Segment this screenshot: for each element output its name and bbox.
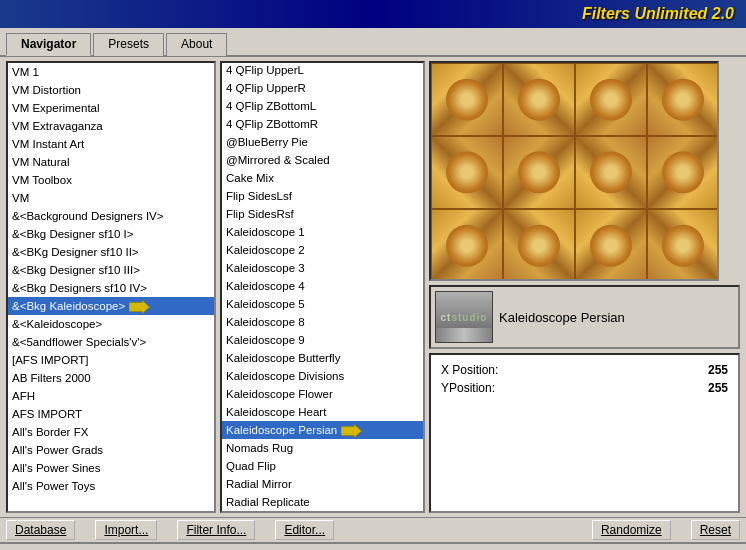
middle-list-item[interactable]: @Mirrored & Scaled — [222, 151, 423, 169]
middle-list-item[interactable]: Kaleidoscope Divisions — [222, 367, 423, 385]
middle-list-item[interactable]: Kaleidoscope Heart — [222, 403, 423, 421]
list-arrow-icon — [341, 424, 363, 438]
middle-list-item[interactable]: Kaleidoscope 3 — [222, 259, 423, 277]
left-list[interactable]: VM 1VM DistortionVM ExperimentalVM Extra… — [6, 61, 216, 513]
app-title: Filters Unlimited 2.0 — [582, 5, 734, 23]
middle-list-item[interactable]: Kaleidoscope 5 — [222, 295, 423, 313]
left-list-item[interactable]: &<Background Designers IV> — [8, 207, 214, 225]
left-list-item[interactable]: All's Power Sines — [8, 459, 214, 477]
right-panel: ctstudio Kaleidoscope Persian X Position… — [429, 61, 740, 513]
param-label: X Position: — [441, 363, 498, 377]
preview-cell — [503, 209, 575, 281]
preview-area — [429, 61, 719, 281]
preview-cell — [575, 209, 647, 281]
main-content: VM 1VM DistortionVM ExperimentalVM Extra… — [0, 57, 746, 517]
left-list-item[interactable]: VM Natural — [8, 153, 214, 171]
status-bar: Database: ICNET-Filters Filters: 4531 Ap… — [0, 542, 746, 550]
filter-logo: ctstudio — [435, 291, 493, 343]
left-list-item[interactable]: &<Kaleidoscope> — [8, 315, 214, 333]
tabs-row: Navigator Presets About — [0, 28, 746, 57]
middle-list-item[interactable]: Kaleidoscope Persian — [222, 421, 423, 439]
left-list-item[interactable]: VM Toolbox — [8, 171, 214, 189]
param-label: YPosition: — [441, 381, 495, 395]
middle-list-item[interactable]: 4 QFlip ZBottomL — [222, 97, 423, 115]
editor-button[interactable]: Editor... — [275, 520, 334, 540]
middle-list[interactable]: 4 QFlip UpperL4 QFlip UpperR4 QFlip ZBot… — [220, 61, 425, 513]
left-list-item[interactable]: All's Border FX — [8, 423, 214, 441]
left-list-item[interactable]: VM 1 — [8, 63, 214, 81]
middle-list-item[interactable]: Kaleidoscope 9 — [222, 331, 423, 349]
left-list-item[interactable]: &<BKg Designer sf10 II> — [8, 243, 214, 261]
middle-list-item[interactable]: Flip SidesRsf — [222, 205, 423, 223]
left-list-item[interactable]: &<Bkg Kaleidoscope> — [8, 297, 214, 315]
left-list-item[interactable]: VM Experimental — [8, 99, 214, 117]
middle-list-item[interactable]: Radial Replicate — [222, 493, 423, 511]
preview-cell — [431, 136, 503, 209]
randomize-button[interactable]: Randomize — [592, 520, 671, 540]
middle-list-item[interactable]: @BlueBerry Pie — [222, 133, 423, 151]
title-bar: Filters Unlimited 2.0 — [0, 0, 746, 28]
preview-cell — [431, 209, 503, 281]
preview-cell — [575, 63, 647, 136]
left-list-item[interactable]: AFH — [8, 387, 214, 405]
middle-panel: 4 QFlip UpperL4 QFlip UpperR4 QFlip ZBot… — [220, 61, 425, 513]
middle-list-item[interactable]: Quad Flip — [222, 457, 423, 475]
preview-cell — [503, 136, 575, 209]
middle-list-item[interactable]: Kaleidoscope 2 — [222, 241, 423, 259]
left-list-item[interactable]: VM Extravaganza — [8, 117, 214, 135]
left-list-item[interactable]: AB Filters 2000 — [8, 369, 214, 387]
middle-list-item[interactable]: Nomads Rug — [222, 439, 423, 457]
filter-info-button[interactable]: Filter Info... — [177, 520, 255, 540]
preview-cell — [647, 136, 719, 209]
left-panel: VM 1VM DistortionVM ExperimentalVM Extra… — [6, 61, 216, 513]
middle-list-item[interactable]: 4 QFlip ZBottomR — [222, 115, 423, 133]
middle-list-item[interactable]: 4 QFlip UpperL — [222, 61, 423, 79]
preview-cell — [575, 136, 647, 209]
middle-list-item[interactable]: Kaleidoscope 8 — [222, 313, 423, 331]
preview-cell — [647, 63, 719, 136]
filter-name: Kaleidoscope Persian — [499, 310, 734, 325]
svg-marker-0 — [129, 300, 150, 313]
filter-logo-text: ctstudio — [441, 312, 488, 323]
left-list-item[interactable]: [AFS IMPORT] — [8, 351, 214, 369]
param-row: X Position:255 — [441, 361, 728, 379]
reset-button[interactable]: Reset — [691, 520, 740, 540]
middle-list-item[interactable]: Kaleidoscope Butterfly — [222, 349, 423, 367]
left-list-item[interactable]: All's Power Grads — [8, 441, 214, 459]
left-list-item[interactable]: All's Power Toys — [8, 477, 214, 495]
preview-cell — [647, 209, 719, 281]
left-list-item[interactable]: &<Bkg Designer sf10 I> — [8, 225, 214, 243]
left-list-item[interactable]: &<Bkg Designers sf10 IV> — [8, 279, 214, 297]
left-list-item[interactable]: AFS IMPORT — [8, 405, 214, 423]
middle-list-item[interactable]: Kaleidoscope Flower — [222, 385, 423, 403]
preview-cell — [503, 63, 575, 136]
middle-list-item[interactable]: Kaleidoscope 1 — [222, 223, 423, 241]
database-button[interactable]: Database — [6, 520, 75, 540]
svg-marker-1 — [341, 424, 362, 437]
middle-list-item[interactable]: Radial Mirror — [222, 475, 423, 493]
left-list-item[interactable]: &<5andflower Specials'v'> — [8, 333, 214, 351]
preview-grid — [431, 63, 717, 279]
param-row: YPosition:255 — [441, 379, 728, 397]
middle-list-item[interactable]: Flip SidesLsf — [222, 187, 423, 205]
import-button[interactable]: Import... — [95, 520, 157, 540]
list-arrow-icon — [129, 300, 151, 314]
left-list-item[interactable]: &<Bkg Designer sf10 III> — [8, 261, 214, 279]
left-list-item[interactable]: VM — [8, 189, 214, 207]
tab-presets[interactable]: Presets — [93, 33, 164, 56]
filter-info-box: ctstudio Kaleidoscope Persian — [429, 285, 740, 349]
param-value: 255 — [708, 381, 728, 395]
left-list-item[interactable]: VM Distortion — [8, 81, 214, 99]
middle-list-item[interactable]: 4 QFlip UpperR — [222, 79, 423, 97]
middle-list-item[interactable]: Cake Mix — [222, 169, 423, 187]
params-box: X Position:255YPosition:255 — [429, 353, 740, 513]
middle-list-item[interactable]: Kaleidoscope 4 — [222, 277, 423, 295]
bottom-toolbar: Database Import... Filter Info... Editor… — [0, 517, 746, 542]
tab-navigator[interactable]: Navigator — [6, 33, 91, 56]
tab-about[interactable]: About — [166, 33, 227, 56]
filter-logo-stripe — [436, 328, 492, 342]
param-value: 255 — [708, 363, 728, 377]
left-list-item[interactable]: VM Instant Art — [8, 135, 214, 153]
preview-cell — [431, 63, 503, 136]
